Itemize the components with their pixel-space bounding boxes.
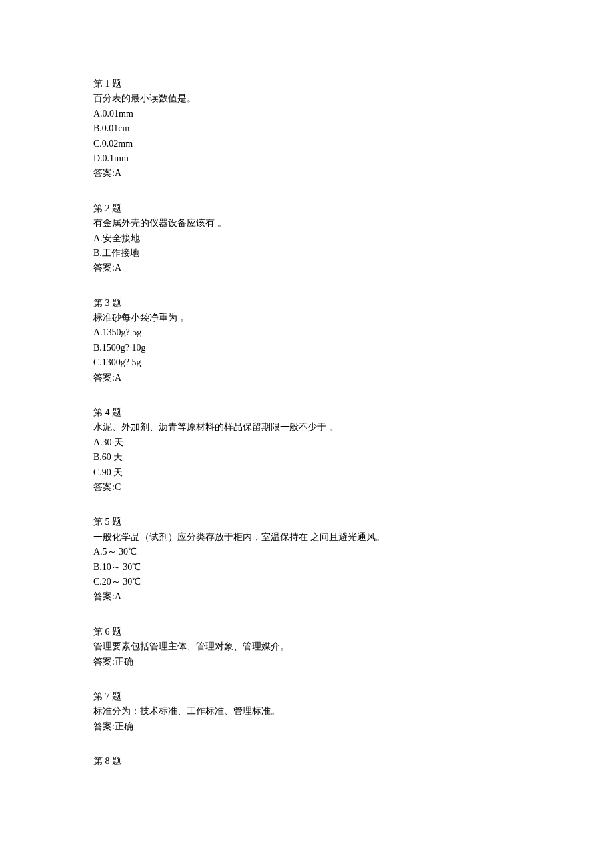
question-8: 第 8 题 [93, 754, 520, 769]
question-answer: 答案:正确 [93, 719, 520, 734]
question-answer: 答案:A [93, 261, 520, 275]
question-answer: 答案:A [93, 166, 520, 181]
question-header: 第 6 题 [93, 625, 520, 639]
question-stem: 百分表的最小读数值是。 [93, 91, 520, 106]
question-answer: 答案:C [93, 480, 520, 495]
question-header: 第 4 题 [93, 405, 520, 420]
question-header: 第 2 题 [93, 201, 520, 216]
question-1: 第 1 题 百分表的最小读数值是。 A.0.01mm B.0.01cm C.0.… [93, 77, 520, 181]
question-6: 第 6 题 管理要素包括管理主体、管理对象、管理媒介。 答案:正确 [93, 625, 520, 669]
question-header: 第 3 题 [93, 296, 520, 311]
question-2: 第 2 题 有金属外壳的仪器设备应该有 。 A.安全接地 B.工作接地 答案:A [93, 201, 520, 276]
question-option: A.0.01mm [93, 107, 520, 121]
question-option: A.5～ 30℃ [93, 545, 520, 559]
question-header: 第 1 题 [93, 77, 520, 91]
question-stem: 标准砂每小袋净重为 。 [93, 311, 520, 325]
question-option: B.工作接地 [93, 246, 520, 261]
question-header: 第 5 题 [93, 515, 520, 529]
question-option: B.1500g? 10g [93, 341, 520, 355]
question-answer: 答案:A [93, 371, 520, 385]
question-7: 第 7 题 标准分为：技术标准、工作标准、管理标准。 答案:正确 [93, 689, 520, 734]
question-stem: 水泥、外加剂、沥青等原材料的样品保留期限一般不少于 。 [93, 420, 520, 435]
question-option: C.90 天 [93, 465, 520, 480]
question-option: C.0.02mm [93, 137, 520, 151]
question-4: 第 4 题 水泥、外加剂、沥青等原材料的样品保留期限一般不少于 。 A.30 天… [93, 405, 520, 495]
question-stem: 标准分为：技术标准、工作标准、管理标准。 [93, 704, 520, 719]
question-stem: 有金属外壳的仪器设备应该有 。 [93, 216, 520, 231]
question-answer: 答案:正确 [93, 655, 520, 669]
question-option: D.0.1mm [93, 151, 520, 166]
question-option: C.1300g? 5g [93, 355, 520, 370]
question-option: C.20～ 30℃ [93, 575, 520, 589]
question-option: A.安全接地 [93, 231, 520, 246]
question-option: A.1350g? 5g [93, 325, 520, 340]
question-5: 第 5 题 一般化学品（试剂）应分类存放于柜内，室温保持在 之间且避光通风。 A… [93, 515, 520, 604]
question-option: B.10～ 30℃ [93, 560, 520, 575]
question-answer: 答案:A [93, 589, 520, 604]
question-option: A.30 天 [93, 435, 520, 450]
question-option: B.60 天 [93, 450, 520, 465]
question-header: 第 8 题 [93, 754, 520, 769]
question-3: 第 3 题 标准砂每小袋净重为 。 A.1350g? 5g B.1500g? 1… [93, 296, 520, 385]
question-option: B.0.01cm [93, 121, 520, 136]
question-stem: 管理要素包括管理主体、管理对象、管理媒介。 [93, 639, 520, 654]
question-stem: 一般化学品（试剂）应分类存放于柜内，室温保持在 之间且避光通风。 [93, 530, 520, 545]
question-header: 第 7 题 [93, 689, 520, 704]
